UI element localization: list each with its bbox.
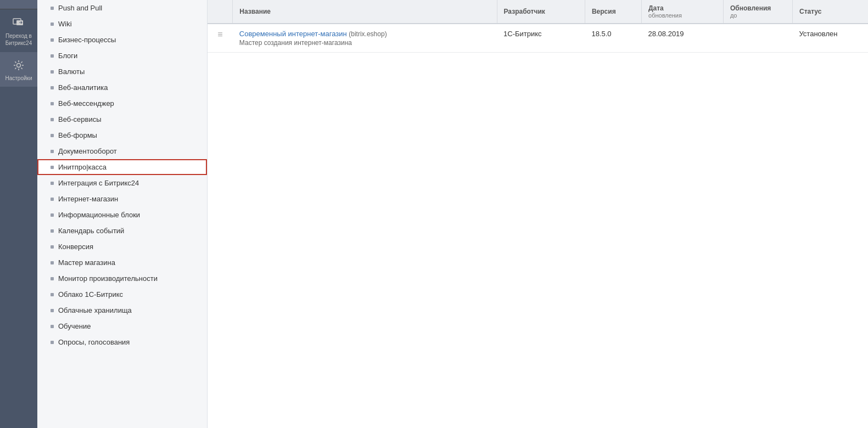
sidebar-item-wiki[interactable]: Wiki: [37, 16, 207, 32]
nav-item-label: Документооборот: [58, 147, 117, 155]
bullet-icon: [51, 293, 54, 296]
sidebar-item-settings[interactable]: Настройки: [0, 52, 37, 87]
bullet-icon: [51, 70, 54, 74]
bullet-icon: [51, 309, 54, 312]
sidebar-item-integratsiya-bitrix24[interactable]: Интеграция с Битрикс24: [37, 175, 207, 191]
arrow-icon: [11, 15, 26, 30]
bullet-icon: [51, 134, 54, 137]
drag-handle[interactable]: ≡: [208, 24, 233, 53]
sidebar-item-informatsionnye-bloki[interactable]: Информационные блоки: [37, 207, 207, 223]
sidebar-item-valyuty[interactable]: Валюты: [37, 64, 207, 80]
nav-item-label: Календарь событий: [58, 227, 124, 235]
nav-item-label: Push and Pull: [58, 4, 102, 12]
sidebar-item-oprosy-golosovaniya[interactable]: Опросы, голосования: [37, 334, 207, 350]
modules-table: Название Разработчик Версия Датаобновлен…: [208, 0, 868, 53]
goto-bitrix24-label: Переход вБитрикс24: [5, 32, 32, 47]
bullet-icon: [51, 54, 54, 58]
sidebar-item-kalendar-sobytiy[interactable]: Календарь событий: [37, 223, 207, 239]
sidebar-item-konversiya[interactable]: Конверсия: [37, 239, 207, 255]
bullet-icon: [51, 22, 54, 26]
nav-item-label: Мастер магазина: [58, 258, 115, 267]
nav-item-label: Опросы, голосования: [58, 338, 130, 346]
col-status: Статус: [792, 0, 868, 24]
nav-item-label: Валюты: [58, 67, 85, 76]
bullet-icon: [51, 38, 54, 42]
bullet-icon: [51, 182, 54, 185]
nav-item-label: Инитпро|касса: [58, 163, 107, 171]
sidebar-item-master-magazina[interactable]: Мастер магазина: [37, 255, 207, 271]
bullet-icon: [51, 150, 54, 153]
cell-status: Установлен: [792, 24, 868, 53]
table-header-row: Название Разработчик Версия Датаобновлен…: [208, 0, 868, 24]
nav-item-label: Обучение: [58, 322, 91, 330]
nav-item-label: Интернет-магазин: [58, 195, 118, 203]
nav-item-label: Wiki: [58, 20, 72, 28]
drag-icon: ≡: [217, 30, 222, 39]
col-developer: Разработчик: [497, 0, 585, 24]
nav-item-label: Облако 1С-Битрикс: [58, 290, 123, 299]
bullet-icon: [51, 198, 54, 201]
svg-point-2: [17, 64, 21, 67]
nav-item-label: Конверсия: [58, 243, 93, 251]
bullet-icon: [51, 86, 54, 89]
bullet-icon: [51, 261, 54, 264]
settings-label: Настройки: [5, 75, 32, 81]
bullet-icon: [51, 229, 54, 233]
bullet-icon: [51, 341, 54, 344]
cell-update-date: 28.08.2019: [642, 24, 724, 53]
sidebar-item-veb-servisy[interactable]: Веб-сервисы: [37, 111, 207, 127]
bullet-icon: [51, 325, 54, 328]
sidebar-item-obuchenie[interactable]: Обучение: [37, 318, 207, 334]
sidebar-item-veb-formy[interactable]: Веб-формы: [37, 127, 207, 143]
nav-item-label: Монитор производительности: [58, 274, 158, 283]
bullet-icon: [51, 166, 54, 169]
col-name: Название: [233, 0, 497, 24]
module-sub-name: Мастер создания интернет-магазина: [239, 39, 490, 47]
col-updates: Обновлениядо: [723, 0, 792, 24]
table-container: Название Разработчик Версия Датаобновлен…: [208, 0, 868, 428]
bullet-icon: [51, 7, 54, 10]
bullet-icon: [51, 102, 54, 105]
sidebar-item-oblachnye-khranilishcha[interactable]: Облачные хранилища: [37, 302, 207, 318]
nav-item-label: Информационные блоки: [58, 211, 140, 219]
bullet-icon: [51, 277, 54, 280]
sidebar-item-goto-bitrix24[interactable]: Переход вБитрикс24: [0, 9, 37, 52]
nav-item-label: Бизнес-процессы: [58, 36, 116, 44]
nav-item-label: Облачные хранилища: [58, 306, 132, 314]
bullet-icon: [51, 213, 54, 217]
sidebar-item-veb-messenger[interactable]: Веб-мессенджер: [37, 95, 207, 111]
cell-version: 18.5.0: [585, 24, 641, 53]
module-name-link[interactable]: Современный интернет-магазин: [239, 30, 347, 38]
marketplace-logo[interactable]: [0, 0, 37, 9]
sidebar-item-veb-analitika[interactable]: Веб-аналитика: [37, 80, 207, 95]
main-content: Название Разработчик Версия Датаобновлен…: [208, 0, 868, 428]
cell-updates-until: [723, 24, 792, 53]
col-drag: [208, 0, 233, 24]
nav-sidebar: Push and PullWikiБизнес-процессыБлогиВал…: [37, 0, 208, 428]
sidebar-item-initprokassa[interactable]: Инитпро|касса: [37, 159, 207, 175]
nav-item-label: Интеграция с Битрикс24: [58, 179, 139, 187]
sidebar-item-push-pull[interactable]: Push and Pull: [37, 0, 207, 16]
icon-sidebar: Переход вБитрикс24 Настройки: [0, 0, 37, 428]
nav-item-label: Веб-аналитика: [58, 83, 108, 92]
cell-name: Современный интернет-магазин (bitrix.esh…: [233, 24, 497, 53]
gear-icon: [11, 58, 26, 73]
bullet-icon: [51, 245, 54, 249]
sidebar-item-internet-magazin[interactable]: Интернет-магазин: [37, 191, 207, 207]
sidebar-item-blogi[interactable]: Блоги: [37, 48, 207, 64]
cell-developer: 1С-Битрикс: [497, 24, 585, 53]
col-date: Датаобновления: [642, 0, 724, 24]
nav-item-label: Веб-формы: [58, 131, 97, 139]
sidebar-item-oblako-bitrix[interactable]: Облако 1С-Битрикс: [37, 286, 207, 302]
nav-item-label: Веб-сервисы: [58, 115, 102, 123]
nav-item-label: Блоги: [58, 52, 77, 60]
table-row: ≡Современный интернет-магазин (bitrix.es…: [208, 24, 868, 53]
bullet-icon: [51, 118, 54, 121]
col-version: Версия: [585, 0, 641, 24]
sidebar-item-monitor-proizv[interactable]: Монитор производительности: [37, 271, 207, 286]
sidebar-item-biznes-protsessy[interactable]: Бизнес-процессы: [37, 32, 207, 48]
nav-item-label: Веб-мессенджер: [58, 99, 114, 108]
sidebar-item-dokumentooborot[interactable]: Документооборот: [37, 143, 207, 159]
